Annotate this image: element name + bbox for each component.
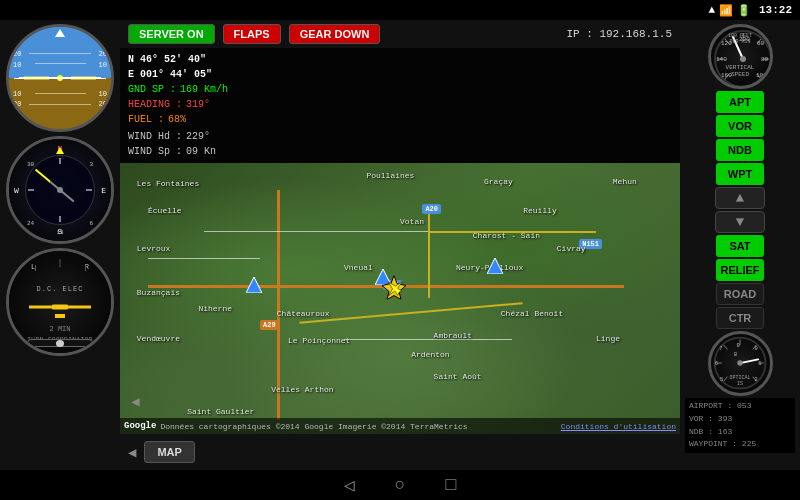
speaker-icon[interactable]: ◀ [128,444,136,461]
heading-value: 319° [186,97,210,112]
right-panel: 220 60 80 100 160 140 120 VERTICAL SPEED… [680,20,800,470]
layer-button-group: SAT RELIEF ROAD CTR [716,235,764,329]
town-ambrault: Ambrault [434,331,472,340]
scroll-down-button[interactable]: ▼ [715,211,765,233]
ai-center-dot [57,75,63,81]
back-button[interactable]: ◁ [344,474,355,496]
altimeter-label2: IS [711,381,770,387]
server-on-button[interactable]: SERVER ON [128,24,215,44]
ctr-button[interactable]: CTR [716,307,764,329]
svg-text:8: 8 [733,351,736,358]
map-button[interactable]: MAP [144,441,194,463]
nav-button-group: APT VOR NDB WPT [716,91,764,185]
airspeed-unit2: PER MIN [711,39,770,45]
fuel-value: 68% [168,112,186,127]
airspeed-label: VERTICAL [711,64,770,71]
airport-label: AIRPORT : [689,401,732,410]
relief-button[interactable]: RELIEF [716,259,764,281]
wind-sp-value: 09 Kn [186,144,216,159]
map-button-area: ◀ MAP [120,434,680,470]
town-mehun: Mehun [613,177,637,186]
town-velles: Velles Arthon [271,385,333,394]
status-icons: ▲ 📶 🔋 [708,4,751,17]
vor-button[interactable]: VOR [716,115,764,137]
scroll-up-button[interactable]: ▲ [715,187,765,209]
recent-button[interactable]: □ [445,475,456,495]
town-vendoeuvre: Vendœuvre [137,334,180,343]
svg-text:1: 1 [758,360,761,367]
vor-stat-value: 393 [718,414,732,423]
airport-value: 053 [737,401,751,410]
gnd-sp-value: 169 Km/h [180,82,228,97]
town-buzancais: Buzançais [137,288,180,297]
town-gracay: Graçay [484,177,513,186]
waypoint-stat-value: 225 [742,439,756,448]
town-les-fontaines: Les Fontaines [137,179,199,188]
signal-icon: 📶 [719,4,733,17]
gnd-sp-label: GND SP : [128,82,176,97]
road-v2 [428,204,430,299]
tc-min-label: 2 MIN [9,325,111,333]
road-button[interactable]: ROAD [716,283,764,305]
top-bar: ▲ 📶 🔋 13:22 [0,0,800,20]
right-stats: AIRPORT : 053 VOR : 393 NDB : 163 WAYPOI… [685,398,795,453]
svg-text:0: 0 [754,345,757,352]
town-niherne: Niherne [198,304,232,313]
road-label-a29: A29 [260,320,279,330]
svg-point-20 [740,56,746,62]
wifi-icon: ▲ [708,4,715,16]
longitude-display: E 001° 44' 05" [128,67,672,82]
aircraft-icon [384,278,404,303]
map-bottom-bar: Google Données cartographiques ©2014 Goo… [120,418,680,434]
apt-button[interactable]: APT [716,91,764,113]
town-poullaines: Poullaines [366,171,414,180]
sat-button[interactable]: SAT [716,235,764,257]
vor-stat-label: VOR : [689,414,713,423]
airspeed-gauge: 220 60 80 100 160 140 120 VERTICAL SPEED… [708,24,773,89]
altimeter-gauge: 9 0 1 2 5 6 7 8 OPTICAL IS [708,331,773,396]
town-ardenton: Ardenton [411,350,449,359]
town-saint-gaultier: Saint Gaultier [187,407,254,416]
svg-text:140: 140 [716,56,727,63]
svg-text:7: 7 [719,345,722,352]
ndb-button[interactable]: NDB [716,139,764,161]
wpt-button[interactable]: WPT [716,163,764,185]
map-copyright: Données cartographiques ©2014 Google Ima… [160,422,556,431]
center-panel: SERVER ON FLAPS GEAR DOWN IP : 192.168.1… [120,20,680,470]
road-white1 [204,231,428,232]
svg-point-38 [737,360,742,365]
road-white3 [344,339,512,340]
ndb-stat-label: NDB : [689,427,713,436]
svg-line-29 [740,359,758,363]
home-button[interactable]: ○ [395,475,406,495]
svg-text:6: 6 [714,360,717,367]
map-container[interactable]: A20 A20 N151 A29 Les Fontaines Poullaine… [120,163,680,434]
flaps-button[interactable]: FLAPS [223,24,281,44]
town-reuilly: Reuilly [523,206,557,215]
latitude-display: N 46° 52' 40" [128,52,672,67]
android-nav-bar: ◁ ○ □ [0,470,800,500]
battery-icon: 🔋 [737,4,751,17]
road-label-a20-2: A20 [422,204,441,214]
town-votan: Votan [400,217,424,226]
town-chateauroux: Châteauroux [277,309,330,318]
wind-hd-label: WIND Hd : [128,129,182,144]
airspeed-label2: SPEED [711,71,770,78]
audio-icon[interactable]: ◀ [131,393,139,410]
road-white2 [148,258,260,259]
waypoint-stat-label: WAYPOINT : [689,439,737,448]
google-logo: Google [124,421,156,431]
heading-label: HEADING : [128,97,182,112]
svg-text:80: 80 [761,56,769,63]
waypoint-3 [487,258,503,274]
ai-right-wing [71,77,96,80]
status-bar: SERVER ON FLAPS GEAR DOWN IP : 192.168.1… [120,20,680,48]
compass: N S W E 33 30 3 24 6 15 [6,136,114,244]
left-instrument-panel: 20 10 10 20 20 10 10 20 N S W E 33 30 3 … [0,20,120,470]
gear-down-button[interactable]: GEAR DOWN [289,24,381,44]
ip-address: IP : 192.168.1.5 [566,28,672,40]
clock: 13:22 [759,4,792,16]
town-charost: Charost - Sain [473,231,540,240]
artificial-horizon: 20 10 10 20 20 10 10 20 [6,24,114,132]
town-civray: Civray [557,244,586,253]
